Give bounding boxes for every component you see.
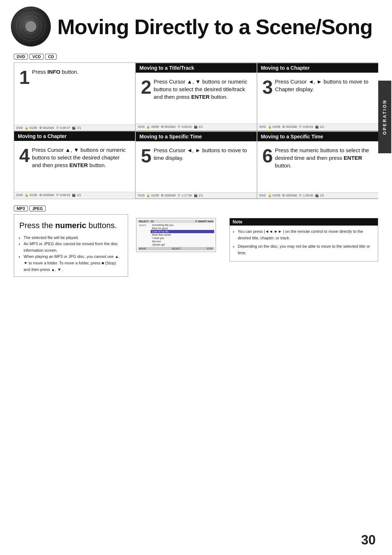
panel-header-4: Moving to a Chapter — [14, 131, 135, 141]
operation-label: OPERATION — [378, 81, 391, 153]
mp3-bullet-2: An MP3 or JPEG disc cannot be moved from… — [24, 241, 123, 254]
panel-step-3: Moving to a Chapter 3 Press Cursor ◄, ► … — [257, 63, 378, 131]
screen-mockup-container: SELECT : 03 © SMART NAVI ROOT Something … — [136, 218, 221, 252]
status-bar-4: DVD 🔒 01/05 ⚙ 025/040 ⏱ 0:00:01 🎬 1/1 — [14, 192, 135, 198]
mp3-panel: Press the numeric buttons. The selected … — [14, 214, 128, 277]
note-title: Note — [230, 218, 378, 226]
screen-root: ROOT — [138, 223, 151, 246]
panel-step-1: 1 Press INFO button. DVD 🔒 01/05 ⚙ 001/0… — [14, 63, 135, 131]
mp3-bullet-1: The selected file will be played. — [24, 235, 123, 241]
step-text-6: Press the numeric buttons to select the … — [275, 146, 373, 169]
panel-step-6: Moving to a Specific Time 6 Press the nu… — [257, 131, 378, 199]
mp3-step-text: Press the numeric buttons. — [19, 220, 123, 231]
status-bar-2: DVD 🔒 03/05 ⚙ 001/002 ⏱ 0:00:51 🎬 1/1 — [136, 123, 256, 130]
step-text-4: Press Cursor ▲, ▼ buttons or numeric but… — [32, 146, 130, 169]
screen-header: SELECT : 03 © SMART NAVI — [138, 220, 214, 223]
note-container: Note You can press |◄◄ ►► | on the remot… — [229, 218, 378, 262]
badge-cd: CD — [45, 54, 57, 60]
status-bar-1: DVD 🔒 01/05 ⚙ 001/040 ⏱ 0:00:37 🎬 1/1 — [14, 125, 135, 131]
screen-item-4: I need you — [151, 236, 214, 240]
mp3-bullet-3: When playing an MP3 or JPG disc, you can… — [24, 254, 123, 273]
step-number-1: 1 — [19, 68, 30, 87]
bottom-format-badges: MP3 JPEG — [14, 206, 378, 211]
note-bullet-2: Depending on the disc, you may not be ab… — [238, 243, 374, 256]
middle-panels-row: Moving to a Chapter 4 Press Cursor ▲, ▼ … — [14, 131, 378, 199]
panel-header-5: Moving to a Specific Time — [136, 132, 256, 141]
step-text-3: Press Cursor ◄, ► buttons to move to Cha… — [275, 78, 373, 93]
screen-item-3: More than words — [151, 233, 214, 236]
note-body: You can press |◄◄ ►► | on the remote con… — [230, 226, 378, 261]
panel-step-5: Moving to a Specific Time 5 Press Cursor… — [135, 131, 257, 199]
header: 0101010010101010010101001010101001010100… — [0, 0, 392, 50]
step-number-3: 3 — [262, 78, 273, 97]
panel-header-3: Moving to a Chapter — [257, 63, 378, 73]
top-format-badges: DVD VCD CD — [14, 54, 378, 60]
bottom-section: MP3 JPEG Press the numeric buttons. The … — [14, 206, 378, 277]
screen-item-1: Back for good — [151, 227, 214, 230]
panel-header-6: Moving to a Specific Time — [257, 132, 378, 141]
badge-jpeg: JPEG — [29, 206, 46, 211]
badge-vcd: VCD — [29, 54, 44, 60]
note-bullet-1: You can press |◄◄ ►► | on the remote con… — [238, 228, 374, 241]
screen-item-0: Something like you — [151, 223, 214, 227]
mp3-bullets: The selected file will be played. An MP3… — [19, 235, 123, 273]
page-title: Moving Directly to a Scene/Song — [57, 15, 372, 39]
top-panels-row: 1 Press INFO button. DVD 🔒 01/05 ⚙ 001/0… — [14, 62, 378, 131]
screen-mockup: SELECT : 03 © SMART NAVI ROOT Something … — [136, 218, 216, 252]
disc-logo: 0101010010101010010101001010101001010100… — [11, 7, 51, 46]
step-text-2: Press Cursor ▲, ▼ buttons or numeric but… — [154, 78, 251, 101]
step-number-2: 2 — [141, 78, 151, 97]
badge-mp3: MP3 — [14, 206, 28, 211]
step-number-4: 4 — [19, 146, 30, 165]
step-number-5: 5 — [141, 146, 151, 165]
badge-dvd: DVD — [14, 54, 28, 60]
step-text-5: Press Cursor ◄, ► buttons to move to tim… — [154, 146, 251, 162]
main-content: DVD VCD CD 1 Press INFO button. DVD — [0, 50, 392, 284]
screen-item-5: My love — [151, 240, 214, 243]
panel-step-2: Moving to a Title/Track 2 Press Cursor ▲… — [135, 63, 257, 131]
status-bar-5: DVD 🔒 01/05 ⚙ 025/040 ⏱ 1:17:30 🎬 1/1 — [136, 192, 256, 198]
status-bar-6: DVD 🔒 01/05 ⚙ 025/040 ⏱ 1:30:00 🎬 1/1 — [257, 192, 378, 198]
page-number: 30 — [361, 532, 376, 548]
step-number-6: 6 — [262, 146, 273, 165]
step-text-1: Press INFO button. — [32, 68, 78, 76]
screen-footer: MOVE SELECT STOP — [138, 247, 214, 250]
panel-step-4: Moving to a Chapter 4 Press Cursor ▲, ▼ … — [14, 131, 135, 199]
note-box: Note You can press |◄◄ ►► | on the remot… — [229, 218, 378, 262]
screen-item-6: Uptown girl — [151, 243, 214, 246]
screen-item-2: Love of my life — [151, 230, 214, 233]
panel-header-2: Moving to a Title/Track — [136, 63, 256, 73]
status-bar-3: DVD 🔒 01/05 ⚙ 001/040 ⏱ 0:00:01 🎬 1/1 — [257, 123, 378, 130]
